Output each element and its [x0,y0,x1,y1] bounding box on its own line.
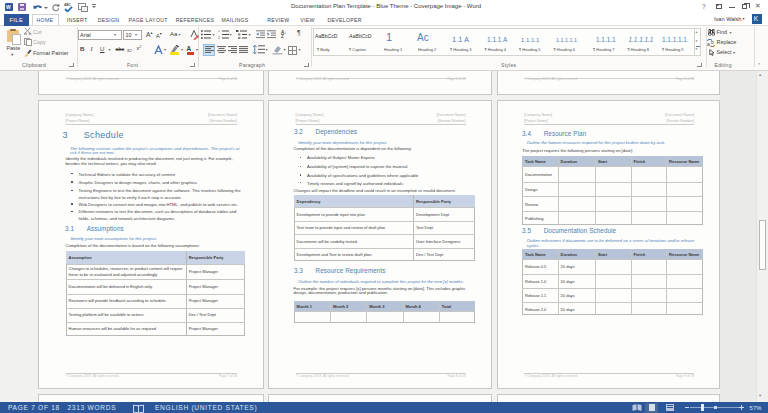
svg-text:2: 2 [218,36,220,39]
svg-text:a: a [707,41,710,47]
svg-text:1: 1 [218,30,220,33]
svg-text:b: b [711,39,714,45]
